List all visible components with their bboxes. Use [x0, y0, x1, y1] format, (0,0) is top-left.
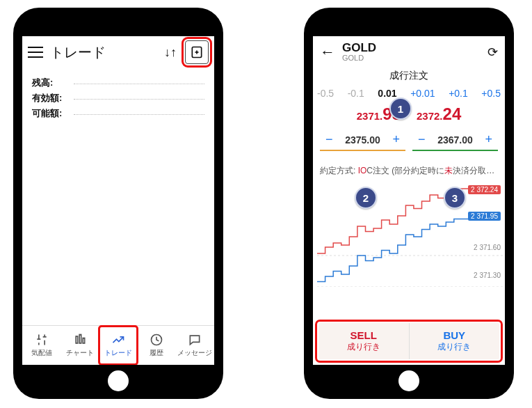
stop-loss-field[interactable]: − 2375.00 + [320, 130, 405, 151]
phone-frame-right: ← GOLD GOLD ⟳ 成行注文 -0.5 -0.1 0.01 +0.01 … [305, 8, 513, 398]
lot-plus-001[interactable]: +0.01 [410, 88, 435, 99]
tab-quotes[interactable]: 気配値 [22, 326, 61, 365]
tp-value: 2367.00 [437, 134, 473, 146]
order-type-selector[interactable]: 成行注文 [313, 70, 505, 82]
balance-label: 残高: [32, 77, 71, 89]
tick-chart: 2 372.24 2 371.95 2 371.60 2 371.30 [317, 182, 502, 287]
tab-messages[interactable]: メッセージ [176, 326, 214, 365]
home-button-icon [398, 370, 419, 391]
annotation-badge-2: 2 [355, 187, 377, 209]
tab-trade-label: トレード [104, 348, 132, 358]
bid-price-tag: 2 371.95 [468, 212, 501, 221]
sl-minus-icon[interactable]: − [323, 132, 336, 147]
sl-tp-row: − 2375.00 + − 2367.00 + [313, 130, 505, 155]
annotation-badge-3: 3 [444, 187, 466, 209]
symbol-title: GOLD [342, 42, 376, 54]
back-icon[interactable]: ← [320, 43, 335, 61]
free-margin-row: 可能額: [32, 107, 204, 120]
lot-value[interactable]: 0.01 [378, 88, 396, 99]
buy-sell-bar: SELL 成り行き BUY 成り行き [319, 323, 499, 359]
header: トレード ↓↑ [22, 36, 214, 68]
menu-icon[interactable] [28, 47, 43, 58]
tab-messages-label: メッセージ [177, 348, 212, 358]
svg-rect-3 [76, 336, 78, 343]
order-header: ← GOLD GOLD ⟳ [313, 36, 505, 68]
bottom-tab-bar: 気配値 チャート トレード 履歴 メッセージ [22, 325, 214, 365]
chart-ylabel-1: 2 371.60 [474, 244, 501, 251]
tab-chart[interactable]: チャート [61, 326, 99, 365]
equity-label: 有効額: [32, 92, 71, 104]
tp-minus-icon[interactable]: − [415, 132, 428, 147]
symbol-box[interactable]: GOLD GOLD [342, 42, 376, 62]
chart-ylabel-2: 2 371.30 [474, 272, 501, 279]
page-title: トレード [50, 43, 106, 62]
svg-rect-5 [83, 338, 85, 344]
lot-minus-01[interactable]: -0.1 [348, 88, 364, 99]
screen-left: トレード ↓↑ 残高: 有効額: 可能額: [22, 36, 214, 365]
ask-price-tag: 2 372.24 [468, 185, 501, 194]
lot-plus-01[interactable]: +0.1 [449, 88, 468, 99]
tab-history[interactable]: 履歴 [138, 326, 176, 365]
take-profit-field[interactable]: − 2367.00 + [412, 130, 498, 151]
buy-button[interactable]: BUY 成り行き [410, 323, 500, 359]
sl-value: 2375.00 [345, 134, 380, 146]
lot-plus-05[interactable]: +0.5 [481, 88, 501, 99]
lot-minus-05[interactable]: -0.5 [317, 88, 334, 99]
tab-chart-label: チャート [66, 348, 94, 358]
sell-button[interactable]: SELL 成り行き [319, 323, 410, 359]
sl-plus-icon[interactable]: + [389, 132, 403, 147]
new-order-button[interactable] [185, 40, 209, 64]
refresh-icon[interactable]: ⟳ [487, 45, 498, 60]
home-button-icon [108, 370, 129, 391]
annotation-badge-1: 1 [389, 97, 412, 120]
equity-row: 有効額: [32, 92, 204, 104]
tp-plus-icon[interactable]: + [482, 132, 495, 147]
tab-quotes-label: 気配値 [31, 348, 52, 358]
balance-row: 残高: [32, 77, 204, 89]
screen-right: ← GOLD GOLD ⟳ 成行注文 -0.5 -0.1 0.01 +0.01 … [313, 36, 505, 365]
ask-price: 2372.24 [417, 104, 461, 124]
account-summary: 残高: 有効額: 可能額: [22, 68, 214, 128]
svg-rect-4 [79, 335, 81, 344]
tab-history-label: 履歴 [150, 348, 163, 358]
sort-icon[interactable]: ↓↑ [164, 45, 177, 60]
tab-trade[interactable]: トレード [99, 326, 137, 365]
phone-frame-left: トレード ↓↑ 残高: 有効額: 可能額: [14, 8, 223, 398]
free-margin-label: 可能額: [32, 107, 71, 120]
lot-stepper: -0.5 -0.1 0.01 +0.01 +0.1 +0.5 [313, 82, 505, 102]
execution-mode-row[interactable]: 約定方式: IOC注文 (部分約定時に未決済分取… [313, 155, 505, 182]
symbol-subtitle: GOLD [342, 54, 376, 63]
